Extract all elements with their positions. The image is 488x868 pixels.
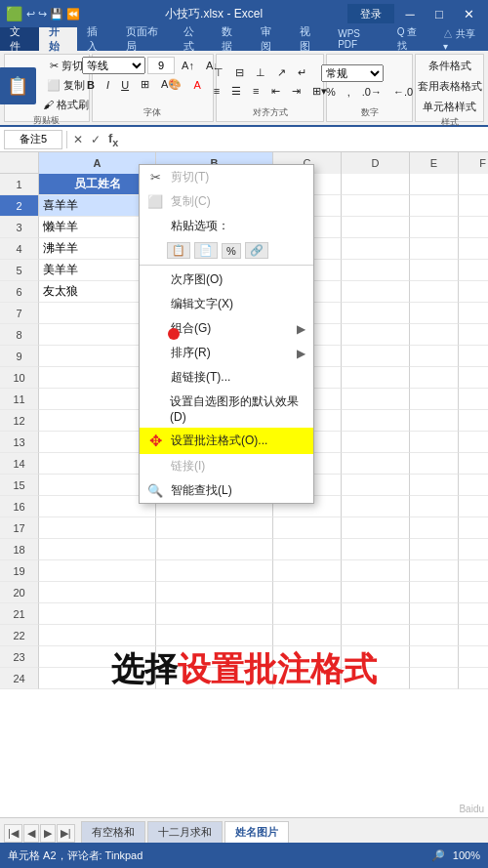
sheet-tab-3[interactable]: 姓名图片: [224, 821, 289, 843]
cell-f16[interactable]: [459, 496, 488, 517]
ctx-paste-options[interactable]: 粘贴选项：: [140, 214, 313, 238]
increase-indent-button[interactable]: ⇥: [287, 83, 305, 100]
cell-b17[interactable]: [156, 517, 273, 539]
fill-color-button[interactable]: A🎨: [156, 76, 186, 93]
paste-icon-2[interactable]: 📄: [194, 242, 218, 259]
cell-b21[interactable]: [156, 603, 273, 625]
paste-button[interactable]: 📋: [0, 67, 36, 104]
ctx-edit-text[interactable]: 编辑文字(X): [140, 292, 313, 316]
cell-f22[interactable]: [459, 625, 488, 646]
cell-f11[interactable]: [459, 389, 488, 410]
cell-d10[interactable]: [342, 367, 410, 389]
cell-e22[interactable]: [410, 625, 459, 646]
cell-e19[interactable]: [410, 560, 459, 582]
cell-d17[interactable]: [342, 517, 410, 539]
tab-share[interactable]: △ 共享 ▾: [433, 27, 488, 51]
align-bottom-button[interactable]: ⊥: [251, 64, 270, 81]
italic-button[interactable]: I: [102, 76, 114, 93]
percent-button[interactable]: %: [321, 84, 341, 100]
sheet-tab-2[interactable]: 十二月求和: [147, 821, 223, 843]
cell-e3[interactable]: [410, 217, 459, 238]
sheet-nav-last[interactable]: ▶|: [57, 824, 75, 843]
ctx-hyperlink[interactable]: 超链接(T)...: [140, 365, 313, 390]
cell-style-button[interactable]: 单元格样式: [413, 98, 487, 116]
tab-insert[interactable]: 插入: [77, 27, 116, 51]
cell-f4[interactable]: [459, 238, 488, 260]
cell-f15[interactable]: [459, 475, 488, 496]
font-color-button[interactable]: A: [188, 76, 205, 93]
paste-icon-4[interactable]: 🔗: [245, 242, 268, 259]
sheet-nav-prev[interactable]: ◀: [23, 824, 39, 843]
cell-b20[interactable]: [156, 582, 273, 603]
comma-button[interactable]: ,: [343, 84, 355, 100]
cell-a17[interactable]: [39, 517, 156, 539]
cell-f20[interactable]: [459, 582, 488, 603]
cell-d22[interactable]: [342, 625, 410, 646]
cell-e10[interactable]: [410, 367, 459, 389]
confirm-formula-icon[interactable]: ✓: [89, 133, 102, 146]
cell-e18[interactable]: [410, 539, 459, 560]
cell-e8[interactable]: [410, 324, 459, 346]
align-middle-button[interactable]: ⊟: [230, 64, 249, 81]
tab-file[interactable]: 文件: [0, 27, 39, 51]
cell-d2[interactable]: [342, 195, 410, 217]
cell-d18[interactable]: [342, 539, 410, 560]
cell-c19[interactable]: [273, 560, 342, 582]
sheet-nav-first[interactable]: |◀: [4, 824, 22, 843]
cell-f6[interactable]: [459, 281, 488, 303]
cell-d15[interactable]: [342, 475, 410, 496]
ctx-paste-icons[interactable]: 📋 📄 % 🔗: [140, 238, 313, 263]
minimize-button[interactable]: ─: [396, 4, 424, 23]
tab-data[interactable]: 数据: [212, 27, 251, 51]
cell-f10[interactable]: [459, 367, 488, 389]
ctx-set-default[interactable]: 设置自选图形的默认效果(D): [140, 390, 313, 428]
ctx-order[interactable]: 次序图(O): [140, 268, 313, 292]
cell-f21[interactable]: [459, 603, 488, 625]
decrease-decimal-button[interactable]: .0→: [357, 84, 386, 100]
cell-d4[interactable]: [342, 238, 410, 260]
tab-view[interactable]: 视图: [290, 27, 329, 51]
cell-e21[interactable]: [410, 603, 459, 625]
cell-d5[interactable]: [342, 260, 410, 281]
cell-f3[interactable]: [459, 217, 488, 238]
name-box[interactable]: 备注5: [4, 130, 62, 149]
text-angle-button[interactable]: ↗: [272, 64, 291, 81]
align-center-button[interactable]: ☰: [226, 83, 246, 100]
paste-icon-1[interactable]: 📋: [167, 242, 190, 259]
cell-f2[interactable]: [459, 195, 488, 217]
cell-d11[interactable]: [342, 389, 410, 410]
cell-e4[interactable]: [410, 238, 459, 260]
font-size-input[interactable]: [147, 57, 175, 74]
cell-d14[interactable]: [342, 453, 410, 475]
cell-d8[interactable]: [342, 324, 410, 346]
col-header-f[interactable]: F: [459, 152, 488, 174]
increase-font-button[interactable]: A↑: [177, 57, 199, 74]
cell-e15[interactable]: [410, 475, 459, 496]
tab-review[interactable]: 审阅: [251, 27, 290, 51]
close-button[interactable]: ✕: [455, 4, 482, 23]
ctx-cut[interactable]: ✂ 剪切(T): [140, 165, 313, 189]
cell-b18[interactable]: [156, 539, 273, 560]
cell-e16[interactable]: [410, 496, 459, 517]
cell-f9[interactable]: [459, 346, 488, 367]
cell-e9[interactable]: [410, 346, 459, 367]
cell-e11[interactable]: [410, 389, 459, 410]
cell-c20[interactable]: [273, 582, 342, 603]
col-header-e[interactable]: E: [410, 152, 459, 174]
ctx-set-format[interactable]: ✥ 设置批注格式(O)...: [140, 428, 313, 454]
bold-button[interactable]: B: [82, 76, 100, 93]
border-button[interactable]: ⊞: [136, 76, 154, 93]
cell-e14[interactable]: [410, 453, 459, 475]
cell-a21[interactable]: [39, 603, 156, 625]
cell-e13[interactable]: [410, 432, 459, 453]
align-left-button[interactable]: ≡: [209, 83, 224, 100]
conditional-format-button[interactable]: 条件格式: [413, 57, 487, 75]
tab-home[interactable]: 开始: [39, 27, 78, 51]
cell-a20[interactable]: [39, 582, 156, 603]
paste-icon-3[interactable]: %: [222, 243, 241, 259]
cell-f14[interactable]: [459, 453, 488, 475]
login-button[interactable]: 登录: [347, 4, 394, 23]
tab-wps-pdf[interactable]: WPS PDF: [328, 27, 387, 51]
cell-e20[interactable]: [410, 582, 459, 603]
cell-d3[interactable]: [342, 217, 410, 238]
